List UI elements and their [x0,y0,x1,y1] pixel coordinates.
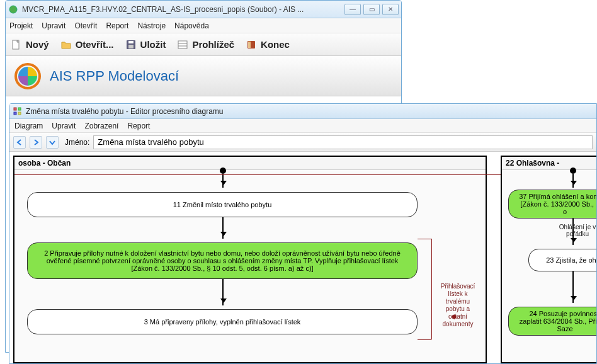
menu-otevrit[interactable]: Otevřít [74,21,97,30]
svg-rect-9 [248,42,251,48]
brand-strip: AIS RPP Modelovací [6,56,401,96]
editor-window: Změna místa trvalého pobytu - Editor pro… [9,103,597,364]
svg-rect-12 [18,108,21,110]
main-window-title: MVCR_PMA_A115_F3.HVY.02_CENTRAL_AS-IS_pr… [22,5,344,14]
lane-osoba-header: osoba - Občan [14,157,486,170]
svg-point-0 [9,6,17,13]
main-titlebar[interactable]: MVCR_PMA_A115_F3.HVY.02_CENTRAL_AS-IS_pr… [6,1,401,18]
node-2[interactable]: 2 Připravuje přílohy nutné k doložení vl… [27,242,418,279]
svg-rect-4 [128,45,134,48]
flow-arrow [572,174,574,188]
annotation-attachments: Přihlašovací lístek k trvalému pobytu a … [436,283,479,328]
diagram-canvas[interactable]: osoba - Občan 11 Změnil místo trvalého p… [9,152,596,363]
menu-projekt[interactable]: Projekt [9,21,33,30]
node-2-label: 2 Připravuje přílohy nutné k doložení vl… [37,249,408,272]
node-11-label: 11 Změnil místo trvalého pobytu [173,201,272,208]
brand-text: AIS RPP Modelovací [50,68,179,84]
svg-rect-11 [14,108,16,110]
browser-button[interactable]: Prohlížeč [177,39,234,50]
menu-napoveda[interactable]: Nápověda [174,21,209,30]
svg-rect-13 [14,112,16,115]
grid-icon [177,39,188,50]
connector-line [431,239,432,339]
logo-icon [14,63,41,89]
start-event[interactable] [570,168,576,174]
connector-dot-icon: ◆ [452,312,457,321]
close-button[interactable]: ✕ [382,4,399,15]
main-menubar: Projekt Upravit Otevřít Report Nástroje … [6,18,401,33]
new-button[interactable]: Nový [11,39,49,50]
flow-label-ok: Ohlášení je v pořádku [552,224,596,237]
menu-nastroje[interactable]: Nástroje [137,21,166,30]
editor-menu-report[interactable]: Report [127,122,150,130]
node-24-label: 24 Posuzuje povinnosti zaplatit 634/2004… [518,310,596,333]
name-input[interactable] [93,135,593,149]
editor-toolbar: Jméno: [9,133,596,152]
diagram-icon [13,107,22,116]
flow-arrow [572,271,574,303]
new-button-label: Nový [26,39,49,50]
app-icon [8,4,18,14]
minimize-button[interactable]: — [344,4,361,15]
menu-upravit[interactable]: Upravit [42,21,65,30]
node-23[interactable]: 23 Zjistila, že ohláš [528,249,596,271]
flow-arrow [222,217,224,239]
save-button-label: Uložit [140,39,166,50]
nav-back-button[interactable] [13,136,26,149]
nav-forward-button[interactable] [30,136,42,149]
editor-menu-diagram[interactable]: Diagram [14,122,43,130]
svg-rect-3 [128,41,134,43]
svg-rect-14 [18,112,21,115]
editor-window-title: Změna místa trvalého pobytu - Editor pro… [26,107,224,116]
start-event[interactable] [220,168,226,174]
node-23-label: 23 Zjistila, že ohláš [546,256,596,264]
exit-button[interactable]: Konec [246,39,290,50]
editor-menu-upravit[interactable]: Upravit [52,122,76,130]
editor-menubar: Diagram Upravit Zobrazení Report [9,119,596,133]
open-button-label: Otevřít... [76,39,114,50]
folder-icon [60,39,72,50]
book-icon [246,39,257,50]
flow-arrow [222,174,224,188]
node-3[interactable]: 3 Má připraveny přílohy, vyplněn přihlaš… [27,309,418,334]
menu-report[interactable]: Report [106,21,128,30]
node-37-label: 37 Přijímá ohlášení a kontrolu [Zákon č.… [518,193,596,215]
file-icon [11,39,22,50]
connector-line [418,339,431,340]
lane-ohlasovna-header: 22 Ohlašovna - [502,157,596,170]
node-24[interactable]: 24 Posuzuje povinnosti zaplatit 634/2004… [508,307,596,336]
node-11[interactable]: 11 Změnil místo trvalého pobytu [27,192,418,217]
main-toolbar: Nový Otevřít... Uložit Prohlížeč Konec [6,33,401,56]
open-button[interactable]: Otevřít... [60,39,114,50]
connector-line [418,239,431,239]
flow-arrow [222,279,224,305]
browser-button-label: Prohlížeč [192,39,234,50]
save-icon [125,39,137,50]
svg-rect-5 [178,41,187,48]
save-button[interactable]: Uložit [125,39,166,50]
lane-ohlasovna[interactable]: 22 Ohlašovna - 37 Přijímá ohlášení a kon… [501,156,596,363]
maximize-button[interactable]: ▭ [363,4,380,15]
lane-osoba[interactable]: osoba - Občan 11 Změnil místo trvalého p… [13,156,487,363]
exit-button-label: Konec [261,39,290,50]
name-field-label: Jméno: [65,138,89,147]
nav-down-button[interactable] [46,136,59,149]
editor-menu-zobrazeni[interactable]: Zobrazení [84,122,118,130]
node-37[interactable]: 37 Přijímá ohlášení a kontrolu [Zákon č.… [508,190,596,219]
node-3-label: 3 Má připraveny přílohy, vyplněn přihlaš… [144,318,301,326]
editor-titlebar[interactable]: Změna místa trvalého pobytu - Editor pro… [9,104,596,119]
